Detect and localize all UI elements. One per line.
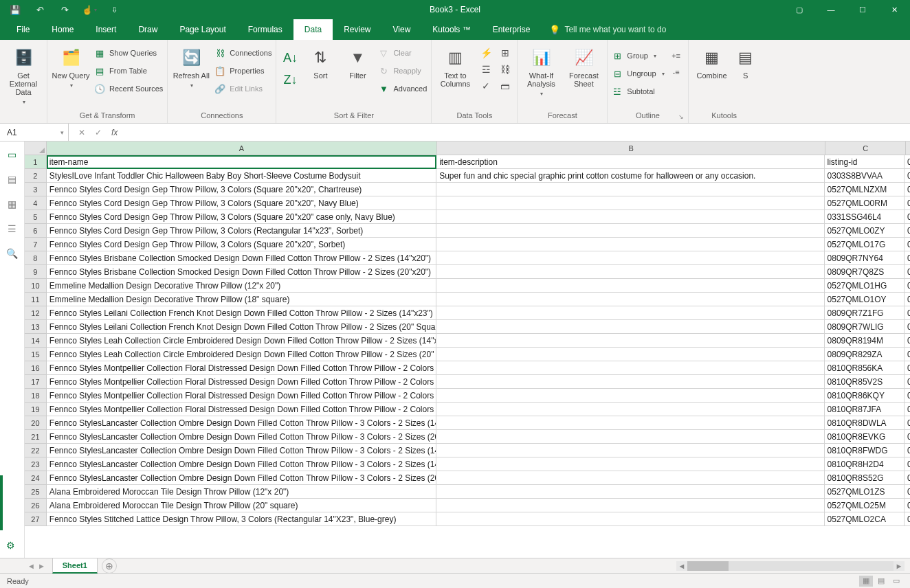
sheet-nav-next-icon[interactable]: ► — [38, 562, 45, 570]
cell[interactable]: 0 — [905, 457, 910, 471]
remove-duplicates-icon[interactable]: ☲ — [478, 62, 493, 77]
cell[interactable]: Fennco Styles Cord Design Gep Throw Pill… — [47, 210, 436, 224]
row-header[interactable]: 20 — [25, 416, 47, 430]
from-table-button[interactable]: ▤From Table — [94, 63, 163, 78]
nav-find-icon[interactable]: 🔍 — [6, 247, 19, 260]
cell[interactable]: Fennco Styles Leilani Collection French … — [47, 306, 436, 320]
cell[interactable]: 0810QR8EVKG — [825, 430, 905, 444]
row-header[interactable]: 10 — [25, 279, 47, 293]
cell[interactable]: Fennco Styles Montpellier Collection Flo… — [47, 389, 436, 403]
touch-mode-icon[interactable]: ☝▾ — [84, 4, 95, 15]
scroll-right-icon[interactable]: ► — [894, 561, 905, 571]
cell[interactable]: 0 — [905, 279, 910, 293]
cell[interactable]: 0 — [905, 403, 910, 416]
ungroup-button[interactable]: ⊟Ungroup ▾ — [612, 66, 664, 81]
cell[interactable]: Fennco StylesLancaster Collection Ombre … — [47, 430, 436, 444]
cell[interactable] — [436, 471, 824, 485]
cell[interactable]: 0 — [905, 224, 910, 238]
row-header[interactable]: 14 — [25, 334, 47, 348]
forecast-sheet-button[interactable]: 📈 Forecast Sheet — [564, 43, 603, 88]
row-header[interactable]: 2 — [25, 169, 47, 183]
refresh-all-button[interactable]: 🔄 Refresh All▾ — [172, 43, 210, 89]
cell[interactable] — [436, 320, 824, 334]
cell[interactable]: StylesILove Infant Toddler Chic Hallowee… — [47, 169, 436, 183]
tab-draw[interactable]: Draw — [127, 19, 168, 40]
consolidate-icon[interactable]: ⊞ — [498, 45, 513, 60]
cell[interactable]: 0810QR87JFA — [825, 403, 905, 416]
cell[interactable] — [436, 348, 824, 361]
cell[interactable]: 0810QR8DWLA — [825, 416, 905, 430]
cell[interactable]: Alana Embroidered Moroccan Tile Design T… — [47, 485, 436, 499]
enter-formula-icon[interactable]: ✓ — [95, 128, 102, 137]
cell[interactable]: 0527QMLO0ZY — [825, 224, 905, 238]
cell[interactable] — [436, 196, 824, 210]
minimize-icon[interactable]: — — [815, 0, 847, 19]
qat-customize-icon[interactable]: ⇩ — [109, 4, 120, 15]
horizontal-scrollbar[interactable]: ◄ ► — [117, 561, 910, 571]
cell[interactable]: 0527QMLO1ZS — [825, 485, 905, 499]
cell[interactable]: item-name — [47, 155, 436, 169]
row-header[interactable]: 12 — [25, 306, 47, 320]
sort-button[interactable]: ⇅ Sort — [304, 43, 337, 80]
nav-column-icon[interactable]: ☰ — [6, 223, 19, 235]
save-icon[interactable]: 💾 — [10, 4, 21, 15]
tab-home[interactable]: Home — [41, 19, 85, 40]
tab-view[interactable]: View — [382, 19, 422, 40]
cell[interactable]: Fennco Styles Leah Collection Circle Emb… — [47, 334, 436, 348]
row-header[interactable]: 18 — [25, 389, 47, 403]
row-header[interactable]: 17 — [25, 375, 47, 389]
cell[interactable]: 0 — [905, 210, 910, 224]
cell[interactable]: Fennco Styles Cord Design Gep Throw Pill… — [47, 196, 436, 210]
new-sheet-button[interactable]: ⊕ — [102, 558, 117, 574]
cell[interactable]: 0 — [905, 183, 910, 196]
cell[interactable]: Fennco StylesLancaster Collection Ombre … — [47, 444, 436, 457]
row-header[interactable]: 13 — [25, 320, 47, 334]
cell[interactable] — [436, 512, 824, 526]
cell[interactable] — [436, 224, 824, 238]
row-header[interactable]: 5 — [25, 210, 47, 224]
cell[interactable]: Fennco Styles Brisbane Collection Smocke… — [47, 251, 436, 265]
cell[interactable]: 0 — [905, 389, 910, 403]
cell[interactable]: 0 — [905, 485, 910, 499]
sort-desc-icon[interactable]: Z↓ — [280, 70, 300, 89]
cell[interactable]: 0 — [905, 416, 910, 430]
cell[interactable]: 0527QMLO1HG — [825, 279, 905, 293]
super-button[interactable]: ▤ S — [735, 43, 756, 80]
connections-button[interactable]: ⛓Connections — [214, 45, 271, 60]
filter-button[interactable]: ▼ Filter — [341, 43, 374, 80]
cell[interactable]: 0809QR8194M — [825, 334, 905, 348]
cell[interactable] — [436, 389, 824, 403]
fx-icon[interactable]: fx — [111, 128, 118, 137]
sheet-nav-prev-icon[interactable]: ◄ — [27, 562, 35, 570]
cell[interactable]: 0810QR85V2S — [825, 375, 905, 389]
scroll-left-icon[interactable]: ◄ — [676, 561, 687, 571]
cell[interactable]: 0 — [905, 430, 910, 444]
cell[interactable]: Fennco Styles Leah Collection Circle Emb… — [47, 348, 436, 361]
cell[interactable] — [436, 430, 824, 444]
relationships-icon[interactable]: ⛓ — [498, 62, 513, 77]
tab-data[interactable]: Data — [293, 19, 333, 40]
cell[interactable]: 0 — [905, 196, 910, 210]
close-icon[interactable]: ✕ — [878, 0, 910, 19]
row-header[interactable]: 8 — [25, 251, 47, 265]
cell[interactable]: Fennco Styles Montpellier Collection Flo… — [47, 375, 436, 389]
row-header[interactable]: 6 — [25, 224, 47, 238]
cell[interactable]: Fennco Styles Cord Design Gep Throw Pill… — [47, 224, 436, 238]
sort-asc-icon[interactable]: A↓ — [280, 48, 300, 67]
tab-review[interactable]: Review — [333, 19, 381, 40]
cell[interactable]: 0527QMLO1OY — [825, 293, 905, 306]
cell[interactable]: Fennco StylesLancaster Collection Ombre … — [47, 457, 436, 471]
cell[interactable]: Fennco Styles Montpellier Collection Flo… — [47, 361, 436, 375]
cell[interactable]: Fennco StylesLancaster Collection Ombre … — [47, 416, 436, 430]
cell[interactable]: Emmeline Medallion Design Decorative Thr… — [47, 279, 436, 293]
text-to-columns-button[interactable]: ▥ Text to Columns — [436, 43, 474, 88]
new-query-button[interactable]: 🗂️ New Query▾ — [52, 43, 90, 89]
nav-workbook-icon[interactable]: ▭ — [6, 148, 19, 161]
row-header[interactable]: 4 — [25, 196, 47, 210]
cell[interactable]: 0 — [905, 306, 910, 320]
properties-button[interactable]: 📋Properties — [214, 63, 271, 78]
row-header[interactable]: 16 — [25, 361, 47, 375]
cell[interactable]: 0 — [905, 471, 910, 485]
cell[interactable]: 0 — [905, 361, 910, 375]
column-header-C[interactable]: C — [825, 142, 906, 155]
